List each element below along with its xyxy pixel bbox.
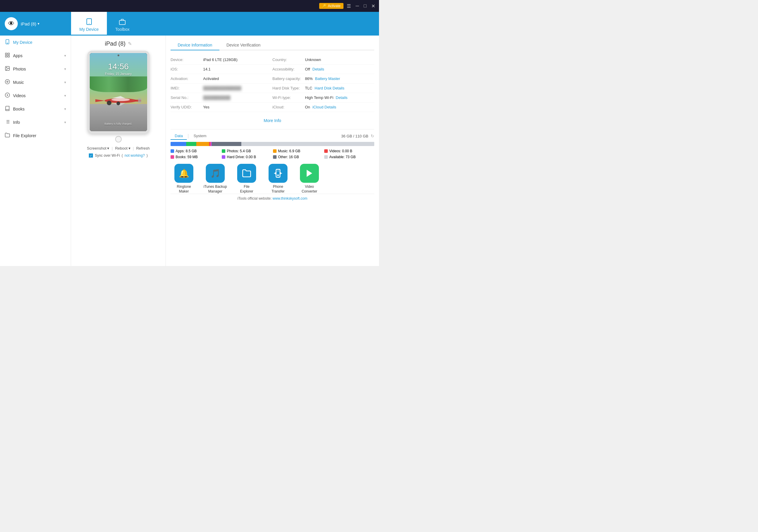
legend-other: Other: 16 GB [273,155,323,159]
maximize-icon[interactable]: □ [362,3,368,9]
not-working-link[interactable]: not working? [125,154,145,158]
svg-rect-5 [5,53,7,54]
device-panel: iPad (8) ✎ [71,36,166,266]
screenshot-label: Screenshot [87,146,107,151]
svg-rect-7 [5,56,7,57]
info-left-col: Device: iPad 6 LTE (128GB) iOS: 14.1 Act… [171,55,272,112]
disk-type-label: Hard Disk Type: [272,86,305,90]
legend-harddrive: Hard Drive: 0.00 B [222,155,272,159]
ios-label: iOS: [171,67,203,71]
refresh-label: Refresh [136,146,150,151]
device-name: iPad (8) [105,40,125,47]
dropdown-arrow-icon: ▾ [107,146,109,151]
storage-tab-data-label: Data [175,134,183,138]
sidebar-item-books[interactable]: Books ▾ [0,102,71,116]
accessibility-details-link[interactable]: Details [312,67,324,71]
tab-device-info-label: Device Information [178,43,212,48]
tool-video-converter[interactable]: VideoConverter [296,164,323,194]
udid-value: Yes [203,105,209,109]
storage-bar [171,142,374,146]
app-logo: 👁 [5,17,18,30]
icloud-details-link[interactable]: iCloud Details [312,105,336,109]
storage-tab-divider: | [188,133,189,139]
sidebar-item-videos[interactable]: Videos ▾ [0,89,71,102]
wifi-details-link[interactable]: Details [336,95,348,100]
sidebar-label-books: Books [13,107,24,111]
tool-ringtone-maker[interactable]: 🔔 RingtoneMaker [171,164,197,194]
info-row-activation: Activation: Activated [171,74,272,84]
more-info-button[interactable]: More Info [263,118,281,123]
legend-label-books: Books: 59 MB [176,155,198,159]
tab-my-device-label: My Device [79,27,99,32]
tool-file-explorer[interactable]: FileExplorer [233,164,260,194]
sidebar-item-photos[interactable]: Photos ▾ [0,62,71,76]
activate-button[interactable]: 🔑 Activate [319,3,343,9]
screenshot-button[interactable]: Screenshot ▾ [87,146,110,151]
tab-toolbox[interactable]: Toolbox [107,12,138,36]
device-info-tabs: Device Information Device Verification [171,40,374,50]
imei-label: IMEI: [171,86,203,90]
svg-rect-6 [8,53,10,54]
footer-text: iTools official website: [237,196,273,200]
sidebar-item-apps[interactable]: Apps ▾ [0,49,71,62]
legend-music: Music: 6.9 GB [273,149,323,153]
reboot-label: Reboot [115,146,128,151]
chevron-down-icon: ▾ [64,80,66,85]
bar-music [196,142,209,146]
svg-point-11 [5,80,10,84]
sidebar-label-info: Info [13,120,20,125]
legend-apps: Apps: 8.5 GB [171,149,221,153]
tab-my-device[interactable]: My Device [71,12,107,36]
sync-checkbox[interactable]: ✓ [89,154,93,158]
legend-label-apps: Apps: 8.5 GB [176,149,197,153]
header-device-name[interactable]: iPad (8) ▾ [21,21,39,26]
tab-device-information[interactable]: Device Information [171,40,220,50]
sidebar-label-photos: Photos [13,67,26,71]
refresh-storage-icon[interactable]: ↻ [371,134,374,138]
storage-tab-system[interactable]: System [190,132,211,140]
sidebar-item-music[interactable]: Music ▾ [0,76,71,89]
tool-itunes-backup[interactable]: 🎵 iTunes BackupManager [202,164,228,194]
ipad-camera [118,54,119,56]
battery-capacity-label: Battery capacity: [272,76,305,81]
reboot-button[interactable]: Reboot ▾ [115,146,131,151]
ipad-mockup: 14:56 Friday, 15 January Battery is full… [87,51,150,134]
minimize-icon[interactable]: ─ [354,3,360,9]
refresh-button[interactable]: Refresh [136,146,150,151]
phone-icon [268,164,288,183]
info-panel: Device Information Device Verification D… [166,36,379,266]
hard-disk-details-link[interactable]: Hard Disk Details [315,86,344,90]
country-value: Unknown [305,57,321,62]
sidebar-item-info[interactable]: Info ▾ [0,116,71,129]
device-label: Device: [171,57,203,62]
activation-value: Activated [203,76,219,81]
tool-phone-transfer[interactable]: PhoneTransfer [265,164,292,194]
sidebar-item-my-device[interactable]: My Device [0,36,71,49]
tab-device-verification-label: Device Verification [226,43,260,48]
svg-rect-2 [119,20,125,24]
edit-icon[interactable]: ✎ [128,41,132,47]
tab-device-verification[interactable]: Device Verification [220,40,268,50]
close-icon[interactable]: ✕ [370,3,377,10]
paren-close: ) [147,154,148,158]
svg-point-4 [7,43,8,44]
storage-tab-data[interactable]: Data [171,132,187,140]
device-title: iPad (8) ✎ [105,40,132,47]
svg-marker-33 [307,170,312,177]
music-icon [5,79,10,85]
accessibility-value: Off [305,67,310,71]
header: 👁 iPad (8) ▾ My Device Toolbox [0,12,379,36]
sidebar-item-file-explorer[interactable]: File Explorer [0,129,71,142]
device-actions: Screenshot ▾ | Reboot ▾ | Refresh [87,146,150,151]
ipad-battery-text: Battery is fully charged. [90,122,147,125]
fileexp-label: FileExplorer [240,185,254,194]
sidebar-label-my-device: My Device [13,40,32,45]
battery-master-link[interactable]: Battery Master [315,76,340,81]
footer-link[interactable]: www.thinkskysoft.com [273,196,307,200]
bar-apps [171,142,186,146]
tablet-icon [86,18,93,25]
chevron-down-icon: ▾ [64,93,66,98]
info-row-ios: iOS: 14.1 [171,65,272,74]
legend-dot-videos [324,149,328,153]
menu-icon[interactable]: ☰ [345,3,352,10]
